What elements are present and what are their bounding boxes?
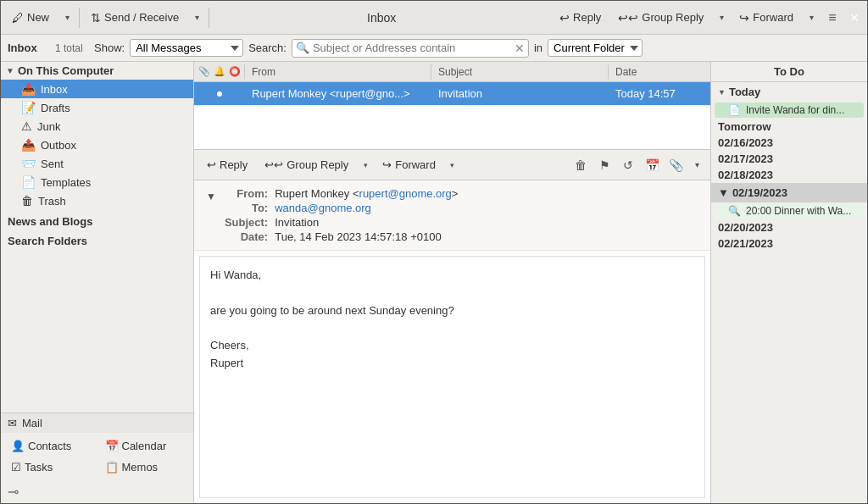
sent-icon: 📨 xyxy=(21,157,36,170)
nav-memos-label: Memos xyxy=(122,461,159,474)
msg-reply-button[interactable]: ↩ Reply xyxy=(199,154,255,176)
new-label: New xyxy=(27,11,49,24)
separator-1 xyxy=(79,8,80,28)
total-label: 1 total xyxy=(55,42,89,54)
sidebar-item-trash[interactable]: 🗑 Trash xyxy=(1,191,193,210)
table-row[interactable]: Rupert Monkey <rupert@gno...> Invitation… xyxy=(194,82,710,106)
todo-item-dinner[interactable]: 🔍 20:00 Dinner with Wa... xyxy=(715,203,864,219)
nav-tasks[interactable]: ☑ Tasks xyxy=(4,457,97,477)
flag-button[interactable]: ⚑ xyxy=(593,154,615,176)
group-reply-button[interactable]: ↩↩ Group Reply xyxy=(610,5,711,30)
bottom-icon[interactable]: ⊸ xyxy=(1,480,193,503)
message-metadata: From: Rupert Monkey <rupert@gnome.org> T… xyxy=(225,187,700,243)
message-body: Hi Wanda, are you going to be around nex… xyxy=(199,256,705,498)
message-view: ▼ From: Rupert Monkey <rupert@gnome.org>… xyxy=(194,180,710,503)
todo-tomorrow-header[interactable]: Tomorrow xyxy=(711,119,867,135)
chevron-0219-icon: ▼ xyxy=(718,186,729,199)
col-header-from[interactable]: From xyxy=(245,64,431,80)
sidebar-item-templates[interactable]: 📄 Templates xyxy=(1,173,193,191)
show-select[interactable]: All Messages Unread Messages Read Messag… xyxy=(130,39,243,57)
todo-date-0219-header[interactable]: ▼ 02/19/2023 xyxy=(711,183,867,202)
todo-date-0220[interactable]: 02/20/2023 xyxy=(711,219,867,235)
search-icon: 🔍 xyxy=(296,42,309,54)
todo-item-invite-wanda[interactable]: 📄 Invite Wanda for din... xyxy=(715,102,864,118)
hamburger-menu-button[interactable]: ≡ xyxy=(821,5,843,30)
sidebar-item-label-inbox: Inbox xyxy=(41,83,68,96)
from-email-link[interactable]: rupert@gnome.org xyxy=(359,187,452,200)
attachment-icon: 📎 xyxy=(669,158,683,172)
todo-date-0217[interactable]: 02/17/2023 xyxy=(711,151,867,167)
new-dropdown[interactable]: ▾ xyxy=(58,5,75,30)
email-list: Rupert Monkey <rupert@gno...> Invitation… xyxy=(194,82,710,150)
col-header-subject[interactable]: Subject xyxy=(431,64,609,80)
forward-dropdown[interactable]: ▾ xyxy=(803,5,820,30)
email-area: 📎 🔔 ⭕ From Subject Date Rupert Monkey <r… xyxy=(194,62,710,503)
junk-icon: ⚠ xyxy=(21,119,32,133)
mark-read-icon: ↺ xyxy=(623,158,633,172)
group-reply-dropdown[interactable]: ▾ xyxy=(713,5,730,30)
nav-mail[interactable]: ✉ Mail xyxy=(1,413,193,433)
to-label: To: xyxy=(225,202,268,214)
on-this-computer-label: On This Computer xyxy=(18,64,114,77)
sidebar-item-junk[interactable]: ⚠ Junk xyxy=(1,117,193,136)
nav-contacts[interactable]: 👤 Contacts xyxy=(4,436,97,456)
msg-forward-button[interactable]: ↪ Forward xyxy=(375,154,443,176)
delete-button[interactable]: 🗑 xyxy=(570,154,592,176)
search-clear-icon[interactable]: ✕ xyxy=(515,42,525,55)
to-email-link[interactable]: wanda@gnome.org xyxy=(275,202,371,214)
message-action-bar: ↩ Reply ↩↩ Group Reply ▾ ↪ Forward ▾ 🗑 xyxy=(194,150,710,180)
attachment-button[interactable]: 📎 xyxy=(665,154,687,176)
searchbar: Inbox 1 total Show: All Messages Unread … xyxy=(1,35,867,62)
forward-button[interactable]: ↪ Forward xyxy=(732,5,801,30)
email-cell-date: Today 14:57 xyxy=(609,86,710,102)
group-reply-label: Group Reply xyxy=(642,11,704,24)
msg-group-reply-button[interactable]: ↩↩ Group Reply xyxy=(257,154,356,176)
todo-date-0221[interactable]: 02/21/2023 xyxy=(711,235,867,252)
close-button[interactable]: ✕ xyxy=(845,8,864,27)
calendar-action-button[interactable]: 📅 xyxy=(641,154,663,176)
folder-select[interactable]: Current Folder All Folders xyxy=(548,39,643,57)
drafts-icon: 📝 xyxy=(21,101,36,114)
sidebar-item-outbox[interactable]: 📤 Outbox xyxy=(1,136,193,154)
search-input[interactable] xyxy=(313,42,511,54)
subject-label: Subject: xyxy=(225,216,268,229)
email-cell-icons xyxy=(194,90,245,98)
more-actions-button[interactable]: ▾ xyxy=(688,154,705,176)
date-0219-label: 02/19/2023 xyxy=(732,186,787,199)
nav-grid: 👤 Contacts 📅 Calendar ☑ Tasks 📋 Memos xyxy=(1,433,193,480)
col-icon-attach: 📎 xyxy=(198,66,210,77)
separator-2 xyxy=(209,8,209,28)
expand-message-button[interactable]: ▼ xyxy=(204,189,218,204)
msg-forward-label: Forward xyxy=(395,158,436,171)
todo-date-0218[interactable]: 02/18/2023 xyxy=(711,167,867,183)
date-label: Date: xyxy=(225,230,268,243)
news-blogs-label[interactable]: News and Blogs xyxy=(1,210,193,230)
todo-header: To Do xyxy=(711,62,867,82)
mark-read-button[interactable]: ↺ xyxy=(617,154,639,176)
reply-button[interactable]: ↩ Reply xyxy=(552,5,609,30)
nav-calendar[interactable]: 📅 Calendar xyxy=(98,436,191,456)
sidebar-item-drafts[interactable]: 📝 Drafts xyxy=(1,98,193,117)
sidebar-item-inbox[interactable]: 📥 Inbox xyxy=(1,80,193,98)
outbox-icon: 📤 xyxy=(21,138,36,152)
todo-date-0216[interactable]: 02/16/2023 xyxy=(711,135,867,151)
todo-today-header[interactable]: ▼ Today xyxy=(711,82,867,102)
col-header-date[interactable]: Date xyxy=(609,64,710,80)
mail-nav-icon: ✉ xyxy=(8,417,17,429)
new-button[interactable]: 🖊 New xyxy=(4,5,57,30)
search-folders-label[interactable]: Search Folders xyxy=(1,230,193,249)
sidebar-item-label-drafts: Drafts xyxy=(41,102,70,114)
new-icon: 🖊 xyxy=(12,11,24,25)
on-this-computer-header[interactable]: ▼ On This Computer xyxy=(1,62,193,80)
sidebar-item-sent[interactable]: 📨 Sent xyxy=(1,154,193,173)
nav-memos[interactable]: 📋 Memos xyxy=(98,457,191,477)
send-receive-dropdown[interactable]: ▾ xyxy=(188,5,205,30)
msg-group-reply-dropdown[interactable]: ▾ xyxy=(358,154,373,176)
message-header: ▼ From: Rupert Monkey <rupert@gnome.org>… xyxy=(194,180,710,251)
memos-nav-icon: 📋 xyxy=(105,461,119,474)
date-0217-label: 02/17/2023 xyxy=(718,152,773,165)
event-icon: 🔍 xyxy=(728,205,741,217)
subject-value: Invitation xyxy=(275,216,700,229)
send-receive-button[interactable]: ⇅ Send / Receive xyxy=(83,5,186,30)
msg-forward-dropdown[interactable]: ▾ xyxy=(445,154,460,176)
